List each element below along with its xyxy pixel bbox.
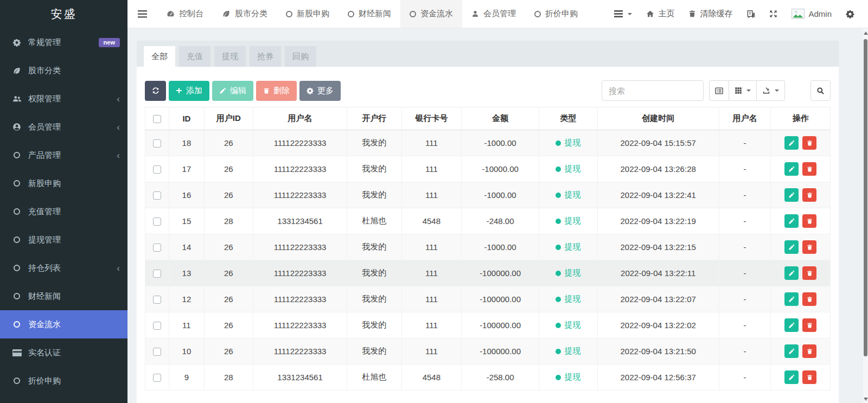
cell-username: 1331234561 bbox=[253, 364, 347, 391]
sidebar-toggle-button[interactable] bbox=[127, 0, 157, 28]
row-checkbox[interactable] bbox=[153, 191, 161, 200]
cell-actions bbox=[771, 260, 831, 286]
row-select-cell bbox=[145, 364, 169, 391]
row-checkbox[interactable] bbox=[153, 296, 161, 304]
leaf-icon bbox=[10, 67, 23, 75]
delete-row-button[interactable] bbox=[802, 318, 816, 332]
delete-row-button[interactable] bbox=[802, 214, 816, 228]
cell-username: 1331234561 bbox=[253, 208, 347, 234]
scroll-up-arrow[interactable] bbox=[864, 31, 868, 35]
delete-button[interactable]: 删除 bbox=[256, 81, 297, 101]
row-checkbox[interactable] bbox=[153, 348, 161, 356]
edit-row-button[interactable] bbox=[784, 162, 799, 176]
leaf-icon bbox=[222, 10, 231, 18]
row-checkbox[interactable] bbox=[153, 165, 161, 174]
filter-tab-buyback[interactable]: 回购 bbox=[285, 46, 316, 67]
edit-row-button[interactable] bbox=[784, 292, 799, 306]
row-checkbox[interactable] bbox=[153, 322, 161, 330]
cell-created-at: 2022-09-04 15:15:57 bbox=[597, 130, 719, 156]
delete-row-button[interactable] bbox=[802, 344, 816, 358]
nav-tab-discount-subscription[interactable]: 折价申购 bbox=[525, 0, 587, 28]
row-checkbox[interactable] bbox=[153, 244, 161, 252]
sidebar-item-product-management[interactable]: 产品管理‹ bbox=[0, 141, 127, 169]
pencil-icon bbox=[788, 296, 795, 303]
sidebar-item-funds-flow[interactable]: 资金流水 bbox=[0, 310, 127, 338]
edit-row-button[interactable] bbox=[784, 318, 799, 332]
row-checkbox[interactable] bbox=[153, 374, 161, 382]
edit-row-button[interactable] bbox=[784, 214, 799, 228]
nav-tab-financial-news[interactable]: 财经新闻 bbox=[339, 0, 400, 28]
fullscreen-button[interactable] bbox=[762, 0, 784, 28]
delete-row-button[interactable] bbox=[802, 266, 816, 280]
filter-tab-coupon[interactable]: 抢券 bbox=[250, 46, 281, 67]
sidebar-item-discount-subscription[interactable]: 折价申购 bbox=[0, 367, 127, 395]
delete-row-button[interactable] bbox=[802, 136, 816, 150]
user-menu-button[interactable]: Admin bbox=[784, 0, 839, 28]
sidebar-item-recharge-management[interactable]: 充值管理 bbox=[0, 197, 127, 226]
open-tabs-menu-button[interactable] bbox=[607, 0, 639, 28]
add-label: 添加 bbox=[186, 86, 202, 96]
filter-tab-all[interactable]: 全部 bbox=[144, 46, 175, 67]
sidebar-item-permission-management[interactable]: 权限管理‹ bbox=[0, 85, 127, 113]
export-button[interactable] bbox=[757, 80, 785, 101]
sidebar-item-financial-news[interactable]: 财经新闻 bbox=[0, 282, 127, 310]
top-navbar: 控制台股市分类新股申购财经新闻资金流水会员管理折价申购 主页 清除缓存 bbox=[127, 0, 868, 28]
sidebar-item-position-list[interactable]: 持仓列表‹ bbox=[0, 254, 127, 282]
status-dot-icon bbox=[556, 271, 561, 276]
nav-tab-funds-flow[interactable]: 资金流水 bbox=[400, 0, 462, 28]
cell-card-no: 111 bbox=[401, 182, 462, 208]
admin-label: Admin bbox=[808, 9, 832, 18]
sidebar-item-withdrawal-management[interactable]: 提现管理 bbox=[0, 226, 127, 254]
nav-tab-member-management[interactable]: 会员管理 bbox=[462, 0, 525, 28]
sidebar-item-real-name-verification[interactable]: 实名认证 bbox=[0, 338, 127, 367]
delete-row-button[interactable] bbox=[802, 240, 816, 254]
cell-id: 12 bbox=[169, 286, 204, 312]
filter-tab-label: 充值 bbox=[187, 52, 203, 62]
settings-button[interactable] bbox=[839, 0, 861, 28]
edit-row-button[interactable] bbox=[784, 370, 799, 384]
delete-row-button[interactable] bbox=[802, 370, 816, 384]
search-input[interactable] bbox=[602, 80, 704, 101]
nav-tab-new-stock-subscription[interactable]: 新股申购 bbox=[277, 0, 339, 28]
columns-button[interactable] bbox=[729, 80, 757, 101]
row-select-cell bbox=[145, 208, 169, 234]
search-button[interactable] bbox=[810, 80, 831, 101]
row-checkbox[interactable] bbox=[153, 270, 161, 278]
edit-row-button[interactable] bbox=[784, 266, 799, 280]
edit-row-button[interactable] bbox=[784, 188, 799, 202]
row-checkbox[interactable] bbox=[153, 139, 161, 148]
delete-row-button[interactable] bbox=[802, 188, 816, 202]
type-label: 提现 bbox=[564, 320, 580, 329]
sidebar-item-general-management[interactable]: 常规管理new bbox=[0, 28, 127, 56]
sidebar-item-new-stock-subscription[interactable]: 新股申购 bbox=[0, 169, 127, 197]
filter-tab-withdraw[interactable]: 提现 bbox=[214, 46, 246, 67]
scroll-down-arrow[interactable] bbox=[864, 398, 868, 401]
delete-row-button[interactable] bbox=[802, 292, 816, 306]
edit-row-button[interactable] bbox=[784, 344, 799, 358]
nav-tab-stock-categories[interactable]: 股市分类 bbox=[213, 0, 277, 28]
edit-row-button[interactable] bbox=[784, 136, 799, 150]
scrollbar-thumb[interactable] bbox=[864, 39, 867, 356]
nav-tab-dashboard[interactable]: 控制台 bbox=[157, 0, 213, 28]
toggle-view-button[interactable] bbox=[709, 80, 729, 101]
cell-user-id: 26 bbox=[204, 182, 253, 208]
add-button[interactable]: 添加 bbox=[169, 81, 209, 101]
home-button[interactable]: 主页 bbox=[639, 0, 681, 28]
delete-row-button[interactable] bbox=[802, 162, 816, 176]
sidebar-item-stock-categories[interactable]: 股市分类 bbox=[0, 56, 127, 85]
vertical-scrollbar[interactable] bbox=[863, 29, 868, 403]
more-button[interactable]: 更多 bbox=[299, 81, 341, 101]
cell-username2: - bbox=[719, 208, 771, 234]
trash-icon bbox=[807, 296, 813, 303]
select-all-checkbox[interactable] bbox=[153, 115, 161, 123]
language-button[interactable] bbox=[739, 0, 762, 28]
refresh-button[interactable] bbox=[145, 81, 166, 101]
type-label: 提现 bbox=[564, 138, 580, 147]
sidebar-item-member-management[interactable]: 会员管理‹ bbox=[0, 113, 127, 141]
edit-row-button[interactable] bbox=[784, 240, 799, 254]
filter-tab-recharge[interactable]: 充值 bbox=[179, 46, 210, 67]
row-checkbox[interactable] bbox=[153, 218, 161, 226]
circle-icon bbox=[10, 208, 23, 215]
clear-cache-button[interactable]: 清除缓存 bbox=[681, 0, 739, 28]
edit-button[interactable]: 编辑 bbox=[212, 81, 253, 101]
